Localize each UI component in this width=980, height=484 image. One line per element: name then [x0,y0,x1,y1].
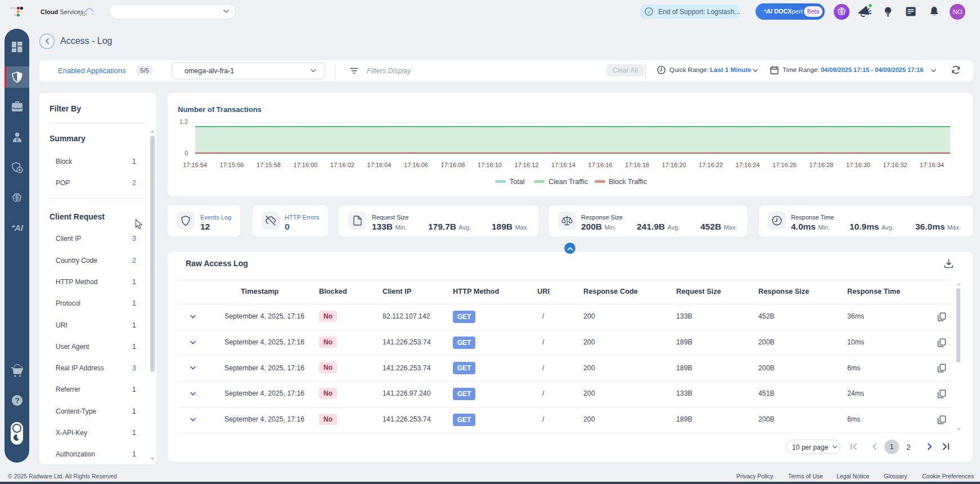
svg-text:i: i [648,9,650,15]
